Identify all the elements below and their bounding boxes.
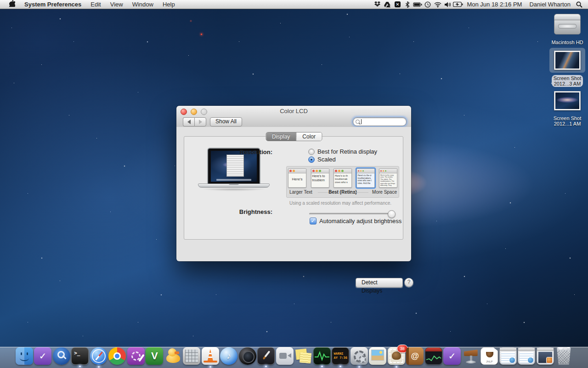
radio-icon-unselected[interactable]: [308, 149, 315, 155]
dock-terminal-warning-app-icon[interactable]: WARNI AY 7:36: [332, 347, 349, 365]
dock-iphoto-icon[interactable]: [369, 347, 386, 365]
dock-istat-monitor-icon[interactable]: [425, 347, 442, 365]
dock-java-jnlp-icon[interactable]: JNLP: [481, 347, 498, 365]
slider-knob[interactable]: [388, 210, 396, 218]
dock-keypad-app-icon[interactable]: [183, 347, 200, 365]
hard-drive-icon: [549, 11, 585, 37]
dock-omnifocus-icon[interactable]: ✓: [34, 347, 51, 365]
spotlight-icon[interactable]: [574, 0, 584, 9]
slider-track[interactable]: [309, 213, 395, 215]
dock-cyberduck-icon[interactable]: [164, 347, 182, 365]
dock-lectern-app-icon[interactable]: [462, 347, 480, 365]
tab-color[interactable]: Color: [296, 132, 322, 141]
ekg-line-icon: [314, 348, 330, 364]
back-button[interactable]: [183, 117, 194, 126]
dock-system-preferences-icon[interactable]: [351, 347, 368, 365]
forward-button[interactable]: [194, 117, 206, 126]
auto-brightness-checkbox-row[interactable]: ✓ Automatically adjust brightness: [310, 218, 401, 224]
dock-facetime-icon[interactable]: [276, 347, 294, 365]
dock-1password-icon[interactable]: [53, 347, 70, 365]
radio-scaled[interactable]: Scaled: [308, 156, 336, 163]
dock-chrome-icon[interactable]: [108, 347, 126, 365]
red-star: [201, 34, 202, 35]
dock-itunes-icon[interactable]: ♪: [220, 347, 237, 365]
dock-terminal-icon[interactable]: >_: [71, 347, 89, 365]
apple-logo-icon: [9, 0, 15, 7]
menu-app-name[interactable]: System Preferences: [20, 0, 86, 9]
resolution-thumb-best-retina[interactable]: Here's to th troublemak ones who s: [334, 168, 352, 188]
resolution-thumb-more-space[interactable]: Here's to the crazy ones. The misfits. T…: [379, 168, 397, 188]
scaled-resolution-panel: Here's Here's to troublem Here's to th t…: [286, 166, 399, 198]
dock-minimized-window-1[interactable]: [499, 347, 517, 365]
mini-titlebar: [357, 169, 374, 173]
dock-camera-lens-app-icon[interactable]: [239, 347, 256, 365]
dock-stickies-icon[interactable]: [294, 347, 312, 365]
dock-pixelmator-icon[interactable]: [257, 347, 275, 365]
dock-gear-pencil-app-icon[interactable]: [127, 347, 145, 365]
menu-clock[interactable]: Mon Jun 18 2:16 PM: [463, 1, 526, 8]
back-arrow-icon: [187, 120, 191, 124]
menu-help[interactable]: Help: [158, 0, 180, 9]
mini-titlebar: [311, 169, 329, 173]
radio-label: Best for Retina display: [317, 148, 377, 155]
checkbox-checked-icon[interactable]: ✓: [310, 218, 317, 224]
dock-safari-icon[interactable]: [90, 347, 107, 365]
menu-window[interactable]: Window: [128, 0, 158, 9]
dock-minimized-window-3[interactable]: [537, 347, 554, 365]
desktop-icon-screenshot-1[interactable]: Screen Shot 2012...3 AM: [548, 48, 587, 87]
dock-minimized-window-2[interactable]: [518, 347, 535, 365]
brightness-slider[interactable]: [309, 210, 395, 217]
apple-menu[interactable]: [5, 0, 20, 9]
desktop-icon-label: Macintosh HD: [548, 40, 587, 45]
desktop: System Preferences Edit View Window Help…: [0, 0, 588, 368]
menu-bar: System Preferences Edit View Window Help…: [0, 0, 588, 9]
resolution-thumb-2[interactable]: Here's to troublem: [311, 168, 329, 188]
dock-address-book-icon[interactable]: @: [406, 347, 424, 365]
dropbox-icon[interactable]: [372, 0, 382, 9]
wifi-icon[interactable]: [433, 0, 443, 9]
volume-icon[interactable]: [443, 0, 453, 9]
label-more-space: More Space: [372, 190, 397, 195]
bluetooth-icon[interactable]: [402, 0, 413, 9]
dock: ✓ >_ V ♪ WARNI AY 7:36 38 @: [0, 344, 588, 368]
dock-purple-check-app-icon[interactable]: ✓: [443, 347, 461, 365]
radio-icon-selected[interactable]: [308, 156, 315, 163]
show-all-button[interactable]: Show All: [210, 117, 242, 126]
dock-activity-monitor-icon[interactable]: [313, 347, 331, 365]
macbook-screen-mini-window: [226, 155, 244, 177]
graph-line-icon: [425, 352, 442, 364]
dock-mail-icon[interactable]: 38: [388, 347, 405, 365]
resolution-thumb-selected[interactable]: Here's to the cr troublemakers, ones who…: [356, 168, 375, 188]
keyboard-battery-icon[interactable]: [413, 0, 423, 9]
system-preferences-window: Color LCD Show All Display Color: [176, 106, 411, 261]
radio-label: Scaled: [317, 156, 336, 163]
resolution-thumb-larger-text[interactable]: Here's: [288, 168, 306, 188]
help-button[interactable]: ?: [404, 278, 413, 287]
desktop-icon-macintosh-hd[interactable]: Macintosh HD: [548, 11, 587, 45]
menu-edit[interactable]: Edit: [86, 0, 105, 9]
radio-best-for-retina[interactable]: Best for Retina display: [308, 148, 377, 155]
battery-charging-icon[interactable]: [453, 0, 463, 9]
x-app-icon[interactable]: ✕: [392, 0, 402, 9]
google-drive-icon[interactable]: [382, 0, 392, 9]
dock-finder-icon[interactable]: [16, 347, 33, 365]
dock-vlc-icon[interactable]: [202, 347, 219, 365]
tab-display[interactable]: Display: [266, 132, 296, 141]
detect-displays-button[interactable]: Detect Displays: [356, 278, 403, 288]
desktop-icon-label: Screen Shot 2012...1 AM: [548, 115, 587, 126]
text-caret: [361, 119, 362, 124]
label-larger-text: Larger Text: [289, 190, 312, 195]
nav-buttons: [183, 117, 206, 126]
desktop-icon-label: Screen Shot 2012...3 AM: [552, 75, 583, 87]
tab-bar: Display Color: [266, 132, 322, 141]
search-field[interactable]: [353, 117, 407, 126]
search-icon: [356, 120, 360, 124]
time-machine-icon[interactable]: [423, 0, 433, 9]
dock-trash-icon[interactable]: [555, 347, 572, 365]
window-chrome[interactable]: Color LCD Show All: [176, 106, 411, 127]
menu-user[interactable]: Daniel Wharton: [526, 1, 574, 8]
desktop-icon-screenshot-2[interactable]: Screen Shot 2012...1 AM: [548, 88, 587, 126]
menu-view[interactable]: View: [106, 0, 128, 9]
dock-versions-icon[interactable]: V: [146, 347, 163, 365]
display-pane: Resolution: Best for Retina display Scal…: [184, 136, 403, 240]
